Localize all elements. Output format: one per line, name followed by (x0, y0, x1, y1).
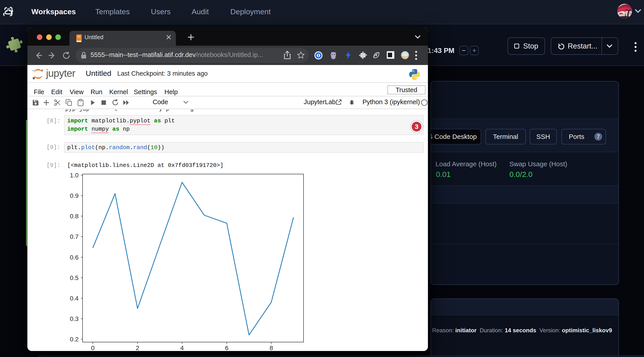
svg-text:0: 0 (91, 344, 94, 350)
svg-text:0.2: 0.2 (70, 336, 78, 343)
svg-text:0.7: 0.7 (70, 233, 78, 240)
svg-text:0.8: 0.8 (70, 213, 78, 220)
svg-text:8: 8 (270, 344, 273, 350)
svg-text:2: 2 (136, 344, 139, 350)
svg-text:0.9: 0.9 (70, 192, 78, 199)
svg-text:4: 4 (180, 344, 184, 350)
svg-text:0.5: 0.5 (70, 274, 78, 281)
svg-text:1.0: 1.0 (70, 172, 78, 179)
svg-text:0.4: 0.4 (70, 295, 78, 302)
svg-text:0.3: 0.3 (70, 316, 78, 322)
svg-text:0.6: 0.6 (70, 254, 78, 261)
svg-text:6: 6 (225, 344, 228, 350)
